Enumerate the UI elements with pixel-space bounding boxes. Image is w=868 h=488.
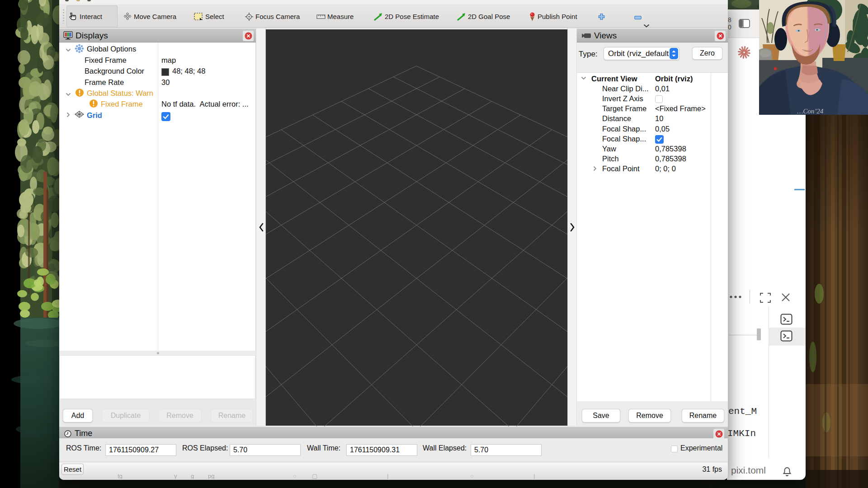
svg-text:…Con’24: …Con’24	[797, 108, 824, 115]
